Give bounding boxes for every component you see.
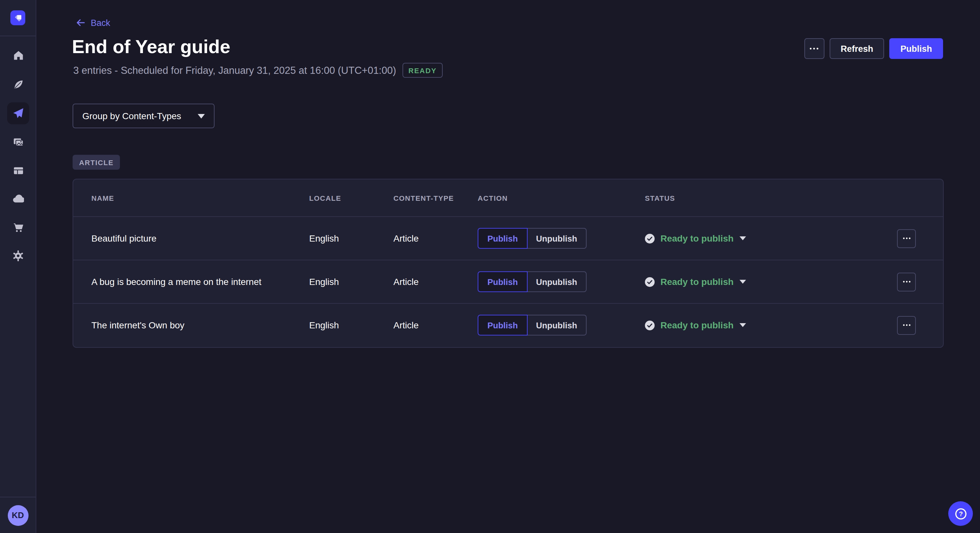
group-by-select[interactable]: Group by Content-Types — [73, 104, 215, 128]
chevron-down-icon — [198, 114, 205, 118]
row-unpublish-button[interactable]: Unpublish — [528, 315, 586, 335]
row-more-button[interactable] — [897, 272, 916, 291]
app-root: KD Back End of Year guide 3 entries - Sc… — [0, 0, 980, 533]
table-header-row: NAME LOCALE CONTENT-TYPE ACTION STATUS — [73, 179, 943, 216]
entry-status-dropdown[interactable]: Ready to publish — [645, 276, 897, 287]
chevron-down-icon — [740, 236, 746, 240]
table-row: Beautiful picture English Article Publis… — [73, 216, 943, 260]
check-circle-icon — [645, 277, 655, 287]
back-link[interactable]: Back — [75, 17, 110, 28]
paper-plane-icon — [12, 108, 24, 119]
entries-table: NAME LOCALE CONTENT-TYPE ACTION STATUS B… — [73, 179, 944, 348]
ellipsis-icon — [902, 281, 910, 283]
row-unpublish-button[interactable]: Unpublish — [528, 228, 586, 249]
entry-content-type: Article — [393, 320, 478, 330]
page-subtitle: 3 entries - Scheduled for Friday, Januar… — [73, 65, 396, 76]
status-badge: READY — [402, 63, 442, 78]
sidebar-item-deploy[interactable] — [7, 188, 29, 210]
page-title: End of Year guide — [72, 36, 231, 58]
column-header-locale: LOCALE — [309, 194, 393, 202]
entry-status-label: Ready to publish — [660, 320, 734, 330]
back-arrow-icon — [75, 17, 86, 28]
feather-icon — [13, 79, 24, 90]
cart-icon — [13, 222, 24, 233]
header-actions: Refresh Publish — [804, 38, 943, 59]
sidebar-item-marketplace[interactable] — [7, 216, 29, 238]
layout-icon — [13, 165, 24, 176]
entry-locale: English — [309, 320, 393, 330]
sidebar-item-settings[interactable] — [7, 245, 29, 267]
action-segmented-control: Publish Unpublish — [478, 271, 645, 292]
table-row: The internet's Own boy English Article P… — [73, 303, 943, 346]
group-badge-article: ARTICLE — [73, 155, 120, 170]
chevron-down-icon — [740, 280, 746, 284]
sidebar: KD — [0, 0, 36, 533]
refresh-button[interactable]: Refresh — [830, 38, 885, 59]
column-header-action: ACTION — [478, 194, 645, 202]
sidebar-item-content[interactable] — [7, 73, 29, 95]
row-publish-button[interactable]: Publish — [478, 228, 528, 249]
svg-text:?: ? — [959, 510, 963, 517]
sidebar-item-releases[interactable] — [7, 102, 29, 124]
strapi-logo-icon — [11, 11, 25, 25]
row-unpublish-button[interactable]: Unpublish — [528, 271, 586, 292]
ellipsis-icon — [902, 324, 910, 327]
media-library-icon — [13, 136, 24, 148]
release-more-button[interactable] — [804, 38, 824, 59]
row-more-button[interactable] — [897, 229, 916, 248]
entry-status-label: Ready to publish — [660, 233, 734, 244]
chevron-down-icon — [740, 323, 746, 327]
table-row: A bug is becoming a meme on the internet… — [73, 260, 943, 303]
entry-status-dropdown[interactable]: Ready to publish — [645, 233, 897, 244]
question-mark-icon: ? — [954, 507, 967, 520]
check-circle-icon — [645, 233, 655, 243]
sidebar-item-home[interactable] — [7, 44, 29, 66]
sidebar-item-media-library[interactable] — [7, 131, 29, 153]
entry-name: Beautiful picture — [91, 233, 309, 244]
row-publish-button[interactable]: Publish — [478, 271, 528, 292]
check-circle-icon — [645, 320, 655, 330]
column-header-status: STATUS — [645, 194, 897, 202]
action-segmented-control: Publish Unpublish — [478, 228, 645, 249]
ellipsis-icon — [810, 47, 819, 50]
entry-locale: English — [309, 233, 393, 244]
entry-status-label: Ready to publish — [660, 276, 734, 287]
cloud-icon — [12, 193, 24, 205]
action-segmented-control: Publish Unpublish — [478, 315, 645, 335]
sidebar-item-content-type-builder[interactable] — [7, 159, 29, 181]
subtitle-row: 3 entries - Scheduled for Friday, Januar… — [73, 62, 442, 79]
entry-content-type: Article — [393, 276, 478, 287]
column-header-name: NAME — [91, 194, 309, 202]
entry-locale: English — [309, 276, 393, 287]
row-more-button[interactable] — [897, 316, 916, 335]
row-publish-button[interactable]: Publish — [478, 315, 528, 335]
group-by-label: Group by Content-Types — [82, 111, 181, 121]
entry-name: A bug is becoming a meme on the internet — [91, 276, 309, 287]
publish-release-button[interactable]: Publish — [889, 38, 943, 59]
avatar[interactable]: KD — [8, 505, 28, 525]
strapi-logo[interactable] — [10, 10, 25, 25]
entry-content-type: Article — [393, 233, 478, 244]
entry-name: The internet's Own boy — [91, 320, 309, 330]
entry-status-dropdown[interactable]: Ready to publish — [645, 320, 897, 330]
home-icon — [13, 49, 24, 60]
avatar-section: KD — [0, 497, 36, 533]
ellipsis-icon — [902, 237, 910, 240]
help-button[interactable]: ? — [948, 501, 973, 526]
column-header-content-type: CONTENT-TYPE — [393, 194, 478, 202]
gear-icon — [12, 250, 24, 262]
logo-section — [0, 0, 36, 36]
back-label: Back — [91, 18, 110, 27]
